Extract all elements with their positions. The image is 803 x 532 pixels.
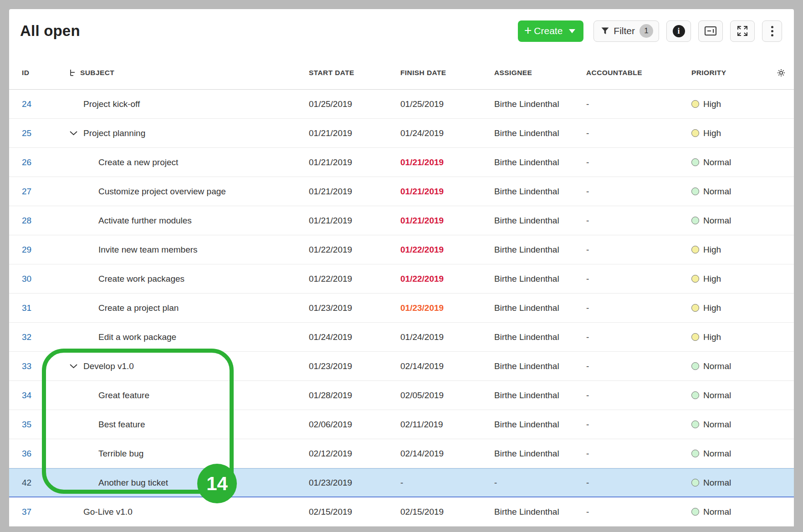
start-date-cell[interactable]: 01/21/2019 — [309, 128, 400, 138]
accountable-cell[interactable]: - — [586, 449, 691, 459]
assignee-cell[interactable]: Birthe Lindenthal — [494, 99, 586, 109]
start-date-cell[interactable]: 01/24/2019 — [309, 332, 400, 342]
start-date-cell[interactable]: 01/23/2019 — [309, 361, 400, 371]
accountable-cell[interactable]: - — [586, 128, 691, 138]
priority-cell[interactable]: High — [691, 332, 768, 342]
subject-text[interactable]: Another bug ticket — [98, 478, 168, 488]
priority-cell[interactable]: Normal — [691, 478, 768, 488]
table-row[interactable]: 28Activate further modules01/21/201901/2… — [9, 206, 794, 235]
work-package-id-link[interactable]: 29 — [22, 245, 31, 254]
priority-cell[interactable]: High — [691, 128, 768, 138]
assignee-cell[interactable]: Birthe Lindenthal — [494, 245, 586, 255]
subject-text[interactable]: Project planning — [83, 128, 145, 138]
work-package-id-link[interactable]: 26 — [22, 157, 31, 167]
priority-cell[interactable]: Normal — [691, 187, 768, 197]
finish-date-cell[interactable]: 02/14/2019 — [400, 449, 494, 459]
accountable-cell[interactable]: - — [586, 390, 691, 400]
assignee-cell[interactable]: Birthe Lindenthal — [494, 157, 586, 167]
priority-cell[interactable]: Normal — [691, 390, 768, 400]
assignee-cell[interactable]: Birthe Lindenthal — [494, 390, 586, 400]
assignee-cell[interactable]: Birthe Lindenthal — [494, 187, 586, 197]
work-package-id-link[interactable]: 42 — [22, 478, 31, 487]
accountable-cell[interactable]: - — [586, 99, 691, 109]
table-row[interactable]: 42Another bug ticket01/23/2019---Normal — [9, 468, 794, 497]
start-date-cell[interactable]: 01/21/2019 — [309, 157, 400, 167]
column-header-accountable[interactable]: ACCOUNTABLE — [586, 69, 691, 77]
start-date-cell[interactable]: 01/23/2019 — [309, 478, 400, 488]
table-row[interactable]: 24Project kick-off01/25/201901/25/2019Bi… — [9, 90, 794, 119]
filter-button[interactable]: Filter 1 — [593, 20, 659, 42]
work-package-id-link[interactable]: 27 — [22, 187, 31, 196]
start-date-cell[interactable]: 02/06/2019 — [309, 420, 400, 430]
start-date-cell[interactable]: 01/22/2019 — [309, 245, 400, 255]
accountable-cell[interactable]: - — [586, 361, 691, 371]
start-date-cell[interactable]: 01/23/2019 — [309, 303, 400, 313]
finish-date-cell[interactable]: 01/25/2019 — [400, 99, 494, 109]
assignee-cell[interactable]: - — [494, 478, 586, 488]
table-row[interactable]: 33Develop v1.001/23/201902/14/2019Birthe… — [9, 352, 794, 381]
priority-cell[interactable]: Normal — [691, 216, 768, 226]
view-config-button[interactable] — [698, 20, 723, 42]
subject-text[interactable]: Go-Live v1.0 — [83, 507, 133, 517]
priority-cell[interactable]: High — [691, 245, 768, 255]
accountable-cell[interactable]: - — [586, 187, 691, 197]
accountable-cell[interactable]: - — [586, 274, 691, 284]
gear-icon[interactable] — [777, 69, 785, 77]
accountable-cell[interactable]: - — [586, 478, 691, 488]
work-package-id-link[interactable]: 28 — [22, 216, 31, 225]
subject-text[interactable]: Create work packages — [98, 274, 184, 284]
work-package-id-link[interactable]: 36 — [22, 449, 31, 458]
work-package-id-link[interactable]: 30 — [22, 274, 31, 284]
table-row[interactable]: 29Invite new team members01/22/201901/22… — [9, 235, 794, 264]
column-header-id[interactable]: ID — [9, 69, 68, 77]
work-package-id-link[interactable]: 31 — [22, 303, 31, 313]
priority-cell[interactable]: High — [691, 303, 768, 313]
assignee-cell[interactable]: Birthe Lindenthal — [494, 507, 586, 517]
work-package-id-link[interactable]: 25 — [22, 128, 31, 138]
subject-text[interactable]: Create a project plan — [98, 303, 179, 313]
collapse-button[interactable] — [69, 131, 77, 136]
assignee-cell[interactable]: Birthe Lindenthal — [494, 332, 586, 342]
table-row[interactable]: 26Create a new project01/21/201901/21/20… — [9, 148, 794, 177]
work-package-id-link[interactable]: 37 — [22, 507, 31, 517]
subject-text[interactable]: Great feature — [98, 390, 149, 400]
column-header-start-date[interactable]: START DATE — [309, 69, 400, 77]
create-button[interactable]: + Create — [518, 20, 583, 42]
fullscreen-button[interactable] — [730, 20, 755, 42]
assignee-cell[interactable]: Birthe Lindenthal — [494, 303, 586, 313]
accountable-cell[interactable]: - — [586, 303, 691, 313]
start-date-cell[interactable]: 02/15/2019 — [309, 507, 400, 517]
accountable-cell[interactable]: - — [586, 245, 691, 255]
subject-text[interactable]: Develop v1.0 — [83, 361, 134, 371]
column-header-assignee[interactable]: ASSIGNEE — [494, 69, 586, 77]
assignee-cell[interactable]: Birthe Lindenthal — [494, 216, 586, 226]
assignee-cell[interactable]: Birthe Lindenthal — [494, 128, 586, 138]
start-date-cell[interactable]: 01/22/2019 — [309, 274, 400, 284]
subject-text[interactable]: Customize project overview page — [98, 187, 226, 197]
table-row[interactable]: 25Project planning01/21/201901/24/2019Bi… — [9, 119, 794, 148]
more-options-button[interactable] — [762, 20, 782, 42]
hierarchy-icon[interactable] — [69, 69, 76, 76]
info-button[interactable]: i — [666, 20, 691, 42]
column-header-subject[interactable]: SUBJECT — [68, 69, 309, 77]
column-header-priority[interactable]: PRIORITY — [691, 69, 768, 77]
finish-date-cell[interactable]: 01/24/2019 — [400, 332, 494, 342]
finish-date-cell[interactable]: 01/22/2019 — [400, 245, 494, 255]
subject-text[interactable]: Best feature — [98, 420, 145, 430]
priority-cell[interactable]: Normal — [691, 507, 768, 517]
priority-cell[interactable]: Normal — [691, 420, 768, 430]
collapse-button[interactable] — [69, 364, 77, 369]
table-row[interactable]: 30Create work packages01/22/201901/22/20… — [9, 264, 794, 294]
priority-cell[interactable]: Normal — [691, 449, 768, 459]
assignee-cell[interactable]: Birthe Lindenthal — [494, 420, 586, 430]
finish-date-cell[interactable]: - — [400, 478, 494, 488]
table-row[interactable]: 34Great feature01/28/201902/05/2019Birth… — [9, 381, 794, 410]
work-package-id-link[interactable]: 34 — [22, 390, 31, 400]
assignee-cell[interactable]: Birthe Lindenthal — [494, 361, 586, 371]
subject-text[interactable]: Terrible bug — [98, 449, 143, 459]
finish-date-cell[interactable]: 01/23/2019 — [400, 303, 494, 313]
start-date-cell[interactable]: 01/21/2019 — [309, 216, 400, 226]
subject-text[interactable]: Project kick-off — [83, 99, 140, 109]
accountable-cell[interactable]: - — [586, 420, 691, 430]
table-row[interactable]: 32Edit a work package01/24/201901/24/201… — [9, 323, 794, 352]
